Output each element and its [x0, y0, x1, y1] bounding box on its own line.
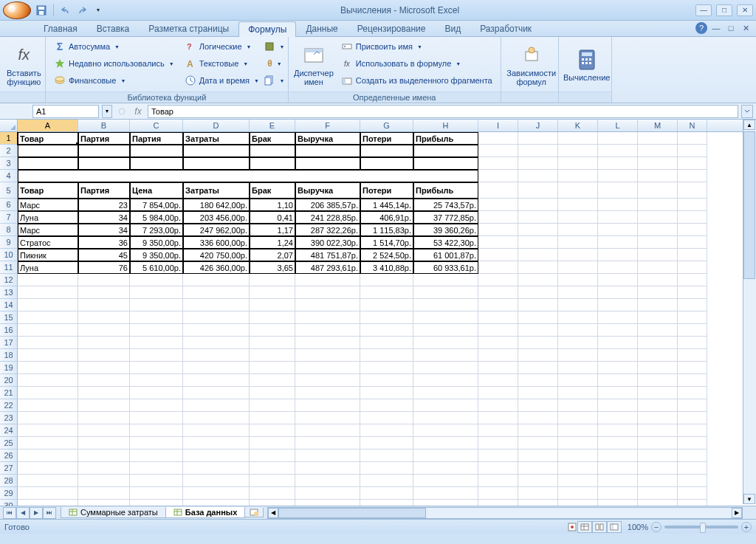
cell-H12[interactable]	[413, 274, 478, 286]
cell-L28[interactable]	[598, 475, 638, 487]
tab-рецензирование[interactable]: Рецензирование	[348, 21, 436, 36]
cell-L12[interactable]	[598, 274, 638, 286]
cell-B22[interactable]	[78, 399, 130, 412]
cell-I13[interactable]	[478, 286, 518, 299]
cell-N30[interactable]	[678, 500, 707, 506]
cell-B7[interactable]: 34	[78, 211, 130, 224]
cell-K27[interactable]	[558, 462, 598, 475]
cell-J2[interactable]	[518, 145, 558, 157]
cell-H19[interactable]	[413, 362, 478, 374]
cell-N23[interactable]	[678, 412, 707, 424]
financial-functions-button[interactable]: Финансовые▼	[50, 72, 178, 89]
sheet-tab-1[interactable]: База данных	[165, 507, 246, 518]
cell-K21[interactable]	[558, 387, 598, 399]
cell-L26[interactable]	[598, 450, 638, 462]
fx-button[interactable]: fx	[131, 105, 145, 118]
cell-F10[interactable]: 481 751,87р.	[295, 249, 360, 261]
cell-H9[interactable]: 53 422,30р.	[413, 236, 478, 249]
cell-F9[interactable]: 390 022,30р.	[295, 236, 360, 249]
cell-J24[interactable]	[518, 424, 558, 437]
column-header-E[interactable]: E	[250, 120, 295, 131]
column-header-G[interactable]: G	[360, 120, 413, 131]
cell-J13[interactable]	[518, 286, 558, 299]
cell-G13[interactable]	[360, 286, 413, 299]
cell-K8[interactable]	[558, 224, 598, 236]
cell-J22[interactable]	[518, 399, 558, 412]
cell-N2[interactable]	[678, 145, 707, 157]
page-layout-view-button[interactable]	[592, 521, 607, 533]
cell-B15[interactable]	[78, 311, 130, 324]
cell-F16[interactable]	[295, 324, 360, 337]
autosum-button[interactable]: ΣАвтосумма▼	[50, 38, 178, 55]
cell-G28[interactable]	[360, 475, 413, 487]
cell-D15[interactable]	[183, 311, 250, 324]
close-button[interactable]: ✕	[737, 4, 753, 16]
cell-J23[interactable]	[518, 412, 558, 424]
cell-E4[interactable]	[250, 170, 295, 182]
cell-C11[interactable]: 5 610,00р.	[130, 261, 183, 274]
cell-B4[interactable]	[78, 170, 130, 182]
cell-G18[interactable]	[360, 349, 413, 362]
cell-D12[interactable]	[183, 274, 250, 286]
cell-L24[interactable]	[598, 424, 638, 437]
cell-C17[interactable]	[130, 337, 183, 349]
tab-разработчик[interactable]: Разработчик	[470, 21, 541, 36]
cell-M16[interactable]	[638, 324, 678, 337]
cell-K10[interactable]	[558, 249, 598, 261]
cancel-formula-icon[interactable]	[115, 105, 128, 118]
cell-L14[interactable]	[598, 299, 638, 311]
cell-K24[interactable]	[558, 424, 598, 437]
cell-H13[interactable]	[413, 286, 478, 299]
cell-L8[interactable]	[598, 224, 638, 236]
cell-I15[interactable]	[478, 311, 518, 324]
cell-C6[interactable]: 7 854,00р.	[130, 199, 183, 211]
column-header-A[interactable]: A	[18, 120, 78, 131]
cell-G25[interactable]	[360, 437, 413, 450]
row-header-27[interactable]: 27	[0, 462, 18, 475]
row-header-29[interactable]: 29	[0, 487, 18, 500]
cell-J28[interactable]	[518, 475, 558, 487]
cell-A13[interactable]	[18, 286, 78, 299]
cell-B25[interactable]	[78, 437, 130, 450]
cell-C30[interactable]	[130, 500, 183, 506]
cell-A11[interactable]: Луна	[18, 261, 78, 274]
cell-D20[interactable]	[183, 374, 250, 387]
cell-K30[interactable]	[558, 500, 598, 506]
sheet-prev-button[interactable]: ◀	[16, 507, 30, 519]
cell-I21[interactable]	[478, 387, 518, 399]
scroll-down-icon[interactable]: ▼	[743, 494, 755, 504]
sheet-first-button[interactable]: ⏮	[3, 507, 16, 519]
cells-area[interactable]: ТоварПартияПартияЗатратыБракВыручкаПотер…	[18, 132, 756, 506]
cell-M29[interactable]	[638, 487, 678, 500]
cell-E13[interactable]	[250, 286, 295, 299]
cell-M25[interactable]	[638, 437, 678, 450]
cell-H1[interactable]: Прибыль	[413, 132, 478, 145]
cell-G9[interactable]: 1 514,70р.	[360, 236, 413, 249]
undo-icon[interactable]	[60, 4, 72, 16]
cell-J16[interactable]	[518, 324, 558, 337]
cell-C18[interactable]	[130, 349, 183, 362]
cell-M20[interactable]	[638, 374, 678, 387]
cell-J3[interactable]	[518, 157, 558, 170]
formula-dependencies-button[interactable]: Зависимости формул	[506, 38, 557, 92]
cell-A28[interactable]	[18, 475, 78, 487]
cell-C19[interactable]	[130, 362, 183, 374]
cell-C8[interactable]: 7 293,00р.	[130, 224, 183, 236]
cell-M28[interactable]	[638, 475, 678, 487]
cell-E25[interactable]	[250, 437, 295, 450]
zoom-out-button[interactable]: −	[651, 522, 662, 532]
cell-A9[interactable]: Стратос	[18, 236, 78, 249]
cell-F18[interactable]	[295, 349, 360, 362]
cell-I18[interactable]	[478, 349, 518, 362]
cell-A29[interactable]	[18, 487, 78, 500]
cell-F6[interactable]: 206 385,57р.	[295, 199, 360, 211]
cell-I17[interactable]	[478, 337, 518, 349]
cell-G4[interactable]	[360, 170, 413, 182]
cell-H16[interactable]	[413, 324, 478, 337]
cell-B28[interactable]	[78, 475, 130, 487]
cell-A14[interactable]	[18, 299, 78, 311]
cell-C16[interactable]	[130, 324, 183, 337]
cell-I16[interactable]	[478, 324, 518, 337]
cell-H11[interactable]: 60 933,61р.	[413, 261, 478, 274]
cell-H22[interactable]	[413, 399, 478, 412]
